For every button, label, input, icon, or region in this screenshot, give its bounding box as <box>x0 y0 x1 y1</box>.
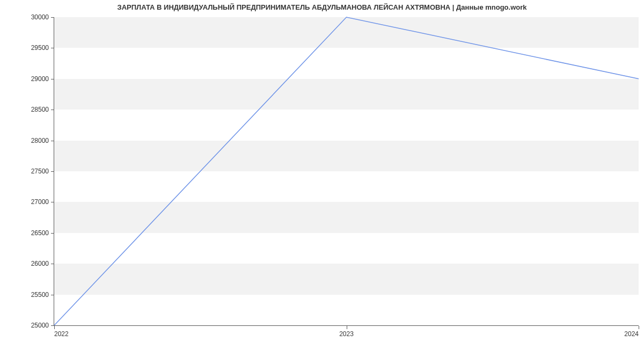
y-tick-label: 25000 <box>31 322 49 329</box>
y-tick-mark <box>51 264 54 264</box>
y-tick-label: 26500 <box>31 229 49 237</box>
y-tick-mark <box>51 233 54 234</box>
y-tick-label: 30000 <box>31 13 49 21</box>
salary-line-chart: ЗАРПЛАТА В ИНДИВИДУАЛЬНЫЙ ПРЕДПРИНИМАТЕЛ… <box>0 0 644 349</box>
x-tick-label: 2023 <box>339 330 354 338</box>
y-tick-mark <box>51 295 54 295</box>
y-tick-mark <box>51 17 54 18</box>
y-tick-mark <box>51 48 54 48</box>
x-tick-mark <box>347 326 347 329</box>
y-tick-label: 29000 <box>31 75 49 83</box>
plot-area: 2500025500260002650027000275002800028500… <box>54 17 639 326</box>
x-tick-label: 2024 <box>624 330 639 338</box>
y-tick-label: 28500 <box>31 106 49 113</box>
y-tick-label: 29500 <box>31 44 49 52</box>
y-tick-mark <box>51 79 54 79</box>
y-tick-label: 27000 <box>31 198 49 206</box>
y-tick-label: 26000 <box>31 260 49 267</box>
y-tick-mark <box>51 202 54 202</box>
y-tick-mark <box>51 141 54 141</box>
y-tick-label: 25500 <box>31 291 49 299</box>
chart-title: ЗАРПЛАТА В ИНДИВИДУАЛЬНЫЙ ПРЕДПРИНИМАТЕЛ… <box>0 3 644 11</box>
x-tick-mark <box>639 326 639 329</box>
y-tick-mark <box>51 171 54 172</box>
y-tick-label: 28000 <box>31 137 49 144</box>
x-tick-mark <box>54 326 55 329</box>
y-tick-mark <box>51 110 54 110</box>
data-line <box>54 17 639 325</box>
x-tick-label: 2022 <box>54 330 69 338</box>
y-tick-label: 27500 <box>31 168 49 175</box>
